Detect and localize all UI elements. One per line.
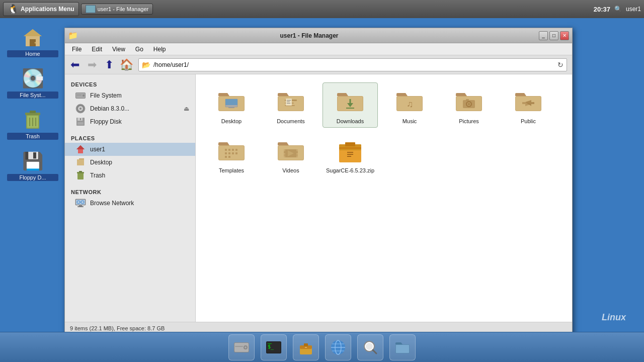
home-folder-icon	[21, 25, 45, 49]
svg-rect-86	[284, 155, 285, 157]
debian-label: Debian 8.3.0...	[90, 105, 180, 112]
file-item-downloads[interactable]: Downloads	[323, 82, 378, 128]
svg-point-18	[79, 108, 82, 110]
sidebar-item-filesystem[interactable]: File System	[65, 89, 195, 102]
desktop-icon-home[interactable]: Home	[5, 23, 60, 59]
svg-point-63	[468, 103, 470, 105]
svg-rect-80	[228, 156, 230, 158]
svg-rect-93	[345, 142, 355, 146]
videos-folder-label: Videos	[282, 167, 299, 173]
public-folder-label: Public	[521, 118, 536, 124]
floppy-sidebar-icon	[75, 117, 86, 126]
app-menu-label: Applications Menu	[21, 6, 74, 13]
file-item-desktop[interactable]: Desktop	[204, 82, 259, 128]
toolbar: ⬅ ➡ ⬆ 🏠 📂 /home/user1/ ↻	[65, 55, 572, 74]
desktop: Home 💽 File Syst... Trash 💾 Floppy D...	[0, 18, 65, 332]
documents-folder-label: Documents	[277, 118, 305, 124]
menu-help[interactable]: Help	[148, 45, 171, 54]
svg-rect-84	[284, 149, 285, 151]
up-button[interactable]: ⬆	[101, 57, 117, 72]
refresh-button[interactable]: ↻	[557, 61, 564, 69]
desktop-icon-floppy-label: Floppy D...	[7, 174, 58, 181]
fm-taskbar-label: user1 - File Manager	[98, 6, 149, 12]
back-button[interactable]: ⬅	[67, 57, 83, 72]
menu-edit[interactable]: Edit	[87, 45, 107, 54]
filesystem-label: File System	[90, 92, 189, 99]
menu-bar: File Edit View Go Help	[65, 43, 572, 55]
svg-rect-88	[296, 153, 298, 155]
svg-rect-89	[296, 155, 298, 157]
svg-rect-21	[80, 118, 81, 120]
bottom-btn-files[interactable]	[389, 334, 416, 360]
svg-rect-41	[228, 107, 234, 108]
sidebar-item-network[interactable]: Browse Network	[65, 197, 195, 210]
public-folder-icon	[513, 86, 543, 116]
close-button[interactable]: ✕	[560, 31, 569, 40]
main-content: DEVICES File System	[65, 74, 572, 322]
user1-label: user1	[90, 146, 189, 153]
menu-go[interactable]: Go	[130, 45, 148, 54]
address-text[interactable]: /home/user1/	[153, 61, 554, 68]
desktop-icon-filesystem[interactable]: 💽 File Syst...	[5, 64, 60, 101]
sidebar-item-user1[interactable]: user1	[65, 143, 195, 156]
file-item-documents[interactable]: Documents	[263, 82, 318, 128]
address-icon: 📂	[142, 61, 150, 69]
svg-rect-87	[296, 149, 298, 151]
desktop-icon-trash[interactable]: Trash	[5, 106, 60, 142]
menu-file[interactable]: File	[67, 45, 87, 54]
taskbar-search-icon: 🔍	[614, 6, 622, 13]
file-item-templates[interactable]: Templates	[204, 132, 259, 177]
desktop-sidebar-label: Desktop	[90, 159, 189, 166]
svg-rect-15	[76, 95, 82, 96]
trash-sidebar-icon	[75, 171, 86, 180]
sugarce-file-label: SugarCE-6.5.23.zip	[326, 167, 374, 173]
videos-folder-icon	[276, 135, 306, 165]
browse-network-label: Browse Network	[90, 200, 189, 207]
svg-rect-102	[235, 346, 243, 347]
downloads-folder-icon	[335, 86, 365, 116]
sidebar-item-trash[interactable]: Trash	[65, 169, 195, 182]
sidebar-item-debian[interactable]: Debian 8.3.0... ⏏	[65, 102, 195, 115]
linux-watermark: Linux	[589, 305, 639, 330]
file-grid: Desktop	[196, 74, 572, 322]
file-item-sugarce[interactable]: SugarCE-6.5.23.zip	[323, 132, 378, 177]
title-bar-icon: 📁	[68, 31, 78, 40]
menu-view[interactable]: View	[107, 45, 130, 54]
svg-rect-73	[232, 149, 234, 151]
home-button[interactable]: 🏠	[118, 57, 134, 72]
trash-desktop-icon	[21, 108, 45, 132]
documents-folder-icon	[276, 86, 306, 116]
file-item-videos[interactable]: Videos	[263, 132, 318, 177]
bottom-btn-terminal[interactable]: $_	[261, 334, 287, 360]
maximize-button[interactable]: □	[549, 31, 558, 40]
file-manager-taskbtn[interactable]: user1 - File Manager	[81, 4, 153, 15]
svg-rect-109	[304, 343, 308, 346]
bottom-btn-hdd[interactable]	[228, 334, 255, 360]
svg-rect-72	[228, 149, 230, 151]
svg-rect-78	[235, 152, 237, 154]
svg-rect-50	[287, 103, 290, 104]
svg-point-101	[245, 346, 247, 348]
file-item-music[interactable]: ♫ Music	[382, 82, 437, 128]
filesystem-icon	[75, 91, 86, 100]
title-bar: 📁 user1 - File Manager _ □ ✕	[65, 28, 572, 43]
applications-menu[interactable]: 🐧 Applications Menu	[3, 2, 79, 16]
music-folder-icon: ♫	[394, 86, 425, 116]
file-item-pictures[interactable]: Pictures	[441, 82, 497, 128]
sidebar-section-devices: DEVICES	[65, 78, 195, 89]
music-folder-label: Music	[403, 118, 417, 124]
file-manager-window: 📁 user1 - File Manager _ □ ✕ File Edit V…	[64, 28, 573, 334]
address-bar: 📂 /home/user1/ ↻	[138, 58, 567, 71]
bottom-btn-search[interactable]	[357, 334, 383, 360]
bottom-btn-package[interactable]	[293, 334, 319, 360]
bottom-btn-browser[interactable]	[325, 334, 351, 360]
debian-eject-icon[interactable]: ⏏	[184, 105, 189, 112]
desktop-icon-floppy[interactable]: 💾 Floppy D...	[5, 147, 60, 183]
sidebar-item-floppy[interactable]: Floppy Disk	[65, 115, 195, 128]
minimize-button[interactable]: _	[539, 31, 548, 40]
sidebar-item-desktop[interactable]: Desktop	[65, 156, 195, 169]
archive-file-icon	[335, 135, 365, 165]
forward-button[interactable]: ➡	[84, 57, 100, 72]
svg-marker-25	[76, 145, 85, 149]
file-item-public[interactable]: Public	[501, 82, 556, 128]
